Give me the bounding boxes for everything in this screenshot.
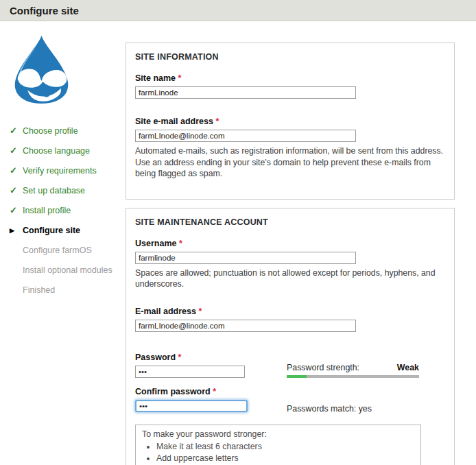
- task-label: Choose profile: [23, 126, 78, 136]
- page-header: Configure site: [0, 0, 476, 21]
- druplicon-drop-icon: [8, 34, 75, 104]
- password-input[interactable]: [135, 366, 245, 378]
- druplicon-logo: [8, 34, 75, 104]
- page-title: Configure site: [10, 5, 79, 16]
- password-strength-head: Password strength: Weak: [287, 353, 419, 372]
- check-icon: ✓: [10, 145, 23, 156]
- username-label: Username *: [135, 239, 445, 248]
- password-strength-label: Password strength:: [287, 363, 359, 372]
- task-label: Verify requirements: [23, 166, 97, 176]
- password-suggestions-box: To make your password stronger: Make it …: [135, 425, 421, 465]
- maintenance-account-fieldset: SITE MAINTENANCE ACCOUNT Username * Spac…: [126, 208, 455, 465]
- site-name-input[interactable]: [135, 86, 356, 99]
- task-choose-language: ✓ Choose language: [10, 141, 126, 160]
- site-email-description: Automated e-mails, such as registration …: [135, 145, 445, 180]
- password-strength-value: Weak: [397, 363, 419, 372]
- task-label: Install profile: [23, 206, 71, 215]
- site-information-fieldset: SITE INFORMATION Site name * Site e-mail…: [126, 43, 455, 200]
- check-icon: ✓: [10, 165, 23, 176]
- username-input[interactable]: [135, 252, 356, 264]
- password-suggestions-intro: To make your password stronger:: [142, 429, 414, 440]
- account-email-label: E-mail address *: [135, 307, 445, 316]
- required-marker: *: [213, 387, 216, 396]
- site-name-item: Site name *: [135, 73, 445, 99]
- check-icon: ✓: [10, 205, 23, 215]
- confirm-password-input[interactable]: [135, 400, 248, 412]
- username-item: Username * Spaces are allowed; punctuati…: [135, 239, 445, 290]
- password-strength-track: [287, 375, 419, 378]
- required-marker: *: [178, 353, 182, 362]
- arrow-right-icon: ▶: [10, 227, 23, 234]
- password-strength-fill: [287, 375, 307, 378]
- site-name-label: Site name *: [135, 73, 445, 83]
- maintenance-account-legend: SITE MAINTENANCE ACCOUNT: [135, 217, 445, 227]
- site-email-input[interactable]: [135, 130, 356, 142]
- required-marker: *: [198, 307, 202, 316]
- install-form: SITE INFORMATION Site name * Site e-mail…: [126, 43, 455, 465]
- passwords-match-text: Passwords match: yes: [287, 387, 419, 414]
- account-email-item: E-mail address *: [135, 307, 445, 332]
- password-label: Password *: [135, 353, 287, 362]
- required-marker: *: [179, 239, 182, 248]
- task-verify-requirements: ✓ Verify requirements: [10, 160, 126, 180]
- required-marker: *: [178, 73, 182, 83]
- task-install-optional-modules: Install optional modules: [10, 260, 126, 280]
- task-configure-farmos: Configure farmOS: [10, 240, 126, 260]
- task-label: Configure farmOS: [23, 246, 92, 255]
- task-label: Choose language: [23, 146, 90, 156]
- install-sidebar: ✓ Choose profile ✓ Choose language ✓ Ver…: [0, 21, 126, 300]
- task-finished: Finished: [10, 280, 126, 300]
- confirm-password-label: Confirm password *: [135, 387, 287, 396]
- site-email-label: Site e-mail address *: [135, 117, 445, 126]
- task-label: Install optional modules: [23, 265, 112, 275]
- task-configure-site: ▶ Configure site: [10, 220, 126, 240]
- password-strength-indicator: Password strength: Weak: [287, 353, 419, 378]
- task-set-up-database: ✓ Set up database: [10, 180, 126, 200]
- install-page: Configure site ✓ Choose profile ✓ Choose…: [0, 0, 476, 465]
- required-marker: *: [215, 117, 219, 126]
- site-information-legend: SITE INFORMATION: [135, 52, 445, 62]
- check-icon: ✓: [10, 185, 23, 195]
- task-label: Configure site: [23, 226, 80, 235]
- task-label: Finished: [23, 285, 55, 295]
- confirm-password-item: Confirm password *: [135, 387, 287, 414]
- task-choose-profile: ✓ Choose profile: [10, 121, 126, 141]
- site-email-item: Site e-mail address * Automated e-mails,…: [135, 117, 445, 180]
- username-description: Spaces are allowed; punctuation is not a…: [135, 267, 445, 290]
- password-suggestion: Add uppercase letters: [156, 453, 414, 464]
- install-task-list: ✓ Choose profile ✓ Choose language ✓ Ver…: [0, 121, 126, 300]
- confirm-password-row: Confirm password * Passwords match: yes: [135, 387, 445, 414]
- task-install-profile: ✓ Install profile: [10, 200, 126, 220]
- password-row: Password * Password strength: Weak: [135, 353, 445, 378]
- password-item: Password *: [135, 353, 287, 378]
- check-icon: ✓: [10, 126, 23, 136]
- passwords-match-indicator: Passwords match: yes: [287, 387, 419, 414]
- account-email-input[interactable]: [135, 320, 356, 332]
- password-suggestion: Make it at least 6 characters: [156, 441, 414, 452]
- password-suggestions-list: Make it at least 6 characters Add upperc…: [142, 441, 414, 465]
- task-label: Set up database: [23, 186, 85, 195]
